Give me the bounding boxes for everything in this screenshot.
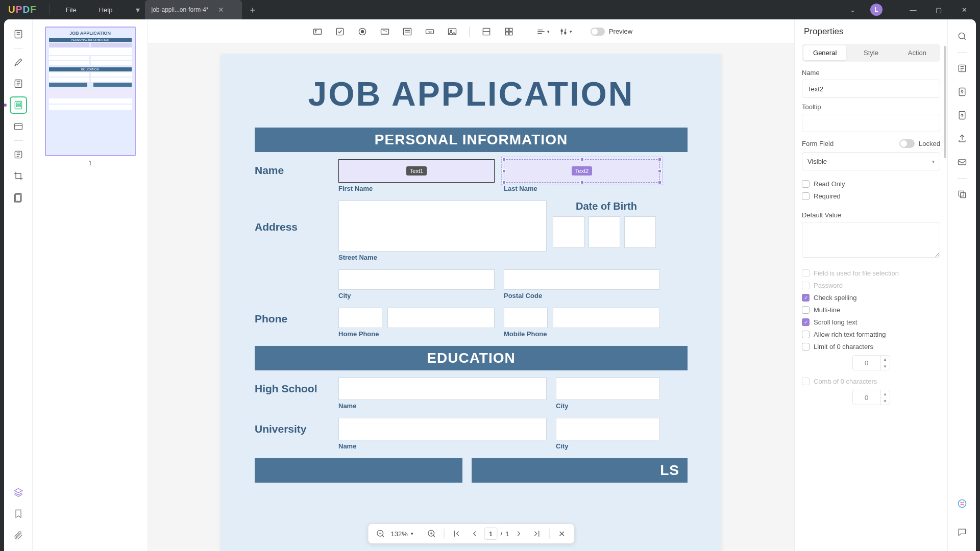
page-sep: / — [501, 530, 503, 538]
field-hs-city[interactable] — [556, 378, 660, 400]
tab-action[interactable]: Action — [896, 45, 939, 60]
prop-name-input[interactable] — [802, 80, 940, 98]
richtext-checkbox[interactable] — [802, 331, 810, 338]
form-tool[interactable] — [10, 96, 27, 114]
first-page-button[interactable] — [450, 527, 464, 541]
close-zoombar-button[interactable]: ✕ — [554, 527, 569, 541]
protect-button[interactable] — [953, 83, 971, 101]
page-current-input[interactable] — [484, 528, 498, 540]
field-home-phone-code[interactable] — [338, 308, 382, 328]
visibility-select[interactable]: Visible▾ — [802, 152, 940, 170]
maximize-button[interactable]: ▢ — [927, 2, 950, 18]
batch-button[interactable] — [953, 186, 971, 203]
prev-page-button[interactable] — [467, 527, 481, 541]
required-checkbox[interactable] — [802, 192, 810, 200]
default-value-label: Default Value — [802, 211, 940, 219]
page-thumbnail[interactable]: JOB APPLICATION PERSONAL INFORMATION EDU… — [45, 27, 136, 156]
field-dob-1[interactable] — [553, 216, 584, 248]
convert-button[interactable] — [953, 107, 971, 124]
more-tools[interactable]: ▾ — [558, 24, 573, 39]
search-button[interactable] — [953, 28, 971, 45]
radio-tool[interactable] — [355, 24, 370, 39]
edit-tool[interactable] — [10, 75, 27, 92]
field-postal[interactable] — [504, 269, 660, 290]
ocr-button[interactable] — [953, 60, 971, 77]
multiline-checkbox[interactable] — [802, 306, 810, 314]
align-tool[interactable]: ▾ — [535, 24, 551, 39]
share-button[interactable] — [953, 130, 971, 147]
preview-toggle[interactable] — [591, 28, 605, 36]
redact-tool[interactable] — [10, 146, 27, 163]
new-tab-button[interactable]: ＋ — [245, 2, 260, 17]
text-field-tool[interactable] — [310, 24, 325, 39]
email-button[interactable] — [953, 154, 971, 171]
image-field-tool[interactable] — [445, 24, 460, 39]
minimize-button[interactable]: ― — [901, 2, 925, 18]
field-mobile-phone[interactable] — [553, 308, 660, 328]
dropdown-tool[interactable] — [377, 24, 393, 39]
next-page-button[interactable] — [512, 527, 526, 541]
field-first-name[interactable]: Text1 — [338, 159, 495, 183]
collapse-tabs-icon[interactable]: ⌄ — [841, 2, 864, 18]
svg-rect-33 — [958, 160, 966, 165]
organize-tool[interactable] — [10, 118, 27, 135]
limit-spinner[interactable]: 0▲▼ — [852, 355, 890, 370]
tab-dropdown-icon[interactable]: ▾ — [131, 3, 145, 17]
readonly-label: Read Only — [814, 180, 845, 188]
comb-spinner[interactable]: 0▲▼ — [852, 390, 890, 405]
scroll-long-checkbox[interactable]: ✓ — [802, 318, 810, 326]
svg-rect-20 — [505, 28, 508, 31]
attachment-button[interactable] — [10, 527, 27, 544]
prop-formfield-label: Form Field — [802, 140, 834, 147]
spelling-checkbox[interactable]: ✓ — [802, 294, 810, 302]
tab-close-button[interactable]: ✕ — [218, 6, 224, 14]
field-mobile-phone-code[interactable] — [504, 308, 548, 328]
field-last-name[interactable]: Text2 — [504, 159, 660, 183]
password-checkbox — [802, 282, 810, 289]
zoom-in-button[interactable] — [425, 527, 439, 541]
svg-point-28 — [959, 33, 965, 39]
limit-checkbox[interactable] — [802, 343, 810, 350]
section-skill — [255, 458, 462, 483]
zoom-value[interactable]: 132%▾ — [391, 530, 422, 538]
locked-toggle[interactable] — [899, 139, 915, 148]
layers-button[interactable] — [10, 484, 27, 501]
user-avatar[interactable]: L — [870, 4, 883, 16]
zoom-out-button[interactable] — [374, 527, 388, 541]
comment-tool[interactable] — [10, 54, 27, 71]
section-levels: LS — [472, 458, 688, 483]
field-u-city[interactable] — [556, 418, 660, 440]
button-tool[interactable]: OK — [422, 24, 437, 39]
bookmark-button[interactable] — [10, 505, 27, 522]
field-hs-name[interactable] — [338, 378, 547, 400]
crop-tool[interactable] — [10, 167, 27, 185]
reader-tool[interactable] — [10, 26, 27, 43]
ai-button[interactable] — [953, 495, 971, 512]
signature-tool[interactable] — [479, 24, 494, 39]
field-city[interactable] — [338, 269, 495, 290]
document-page[interactable]: JOB APPLICATION PERSONAL INFORMATION Nam… — [221, 54, 721, 551]
svg-rect-30 — [959, 88, 965, 96]
comb-label: Comb of 0 characters — [814, 378, 877, 385]
tab-general[interactable]: General — [803, 45, 846, 60]
readonly-checkbox[interactable] — [802, 180, 810, 188]
field-home-phone[interactable] — [387, 308, 495, 328]
field-u-name[interactable] — [338, 418, 547, 440]
document-tab[interactable]: job-appli...on-form-4* ✕ — [145, 0, 242, 19]
listbox-tool[interactable] — [400, 24, 415, 39]
checkbox-tool[interactable] — [332, 24, 348, 39]
chat-button[interactable] — [953, 523, 971, 541]
page-tool[interactable] — [10, 189, 27, 206]
default-value-input[interactable] — [802, 222, 940, 258]
tab-style[interactable]: Style — [849, 45, 892, 60]
properties-scrollbar[interactable] — [944, 46, 946, 158]
field-dob-2[interactable] — [589, 216, 620, 248]
menu-file[interactable]: File — [55, 1, 88, 19]
field-dob-3[interactable] — [624, 216, 656, 248]
prop-tooltip-input[interactable] — [802, 114, 940, 132]
last-page-button[interactable] — [529, 527, 544, 541]
field-street[interactable] — [338, 201, 547, 252]
close-window-button[interactable]: ✕ — [952, 2, 976, 18]
menu-help[interactable]: Help — [88, 1, 124, 19]
date-tool[interactable] — [501, 24, 517, 39]
